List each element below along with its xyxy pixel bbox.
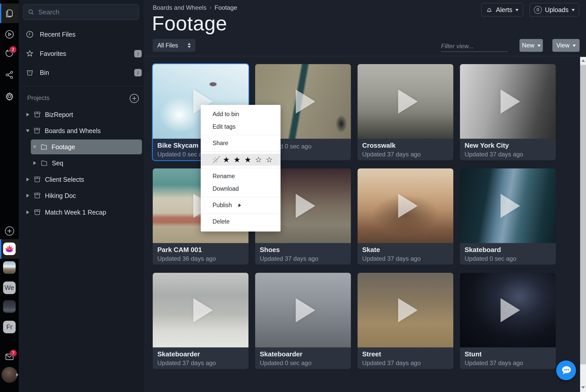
workspace-avatar-mountain[interactable] (3, 261, 16, 274)
file-type-select[interactable]: All Files (153, 39, 195, 52)
project-label: Hiking Doc (45, 192, 76, 199)
project-label: Match Week 1 Recap (45, 209, 106, 216)
chevron-down-icon (537, 45, 541, 47)
asset-card-stunt[interactable]: Stunt Updated 37 days ago (460, 273, 556, 369)
chevron-down-icon[interactable] (33, 146, 36, 148)
video-thumbnail[interactable] (460, 168, 556, 243)
asset-card-street[interactable]: Street Updated 37 days ago (358, 273, 453, 369)
asset-card-skateboard[interactable]: Skateboard Updated 0 sec ago (460, 168, 556, 265)
video-thumbnail[interactable] (358, 64, 453, 139)
search-icon (27, 8, 35, 16)
breadcrumb-project-link[interactable]: Boards and Wheels (153, 4, 206, 11)
asset-card-skate[interactable]: Skate Updated 37 days ago (358, 168, 453, 265)
sidebar-item-favorites[interactable]: Favorites i (19, 46, 144, 61)
folder-footage-selected[interactable]: Footage (19, 140, 144, 154)
sidebar-item-bin[interactable]: Bin i (19, 65, 144, 80)
search-box (23, 4, 139, 20)
asset-updated: Updated 37 days ago (157, 359, 244, 367)
star-icon (26, 49, 34, 58)
clear-rating-icon[interactable]: ☆ (212, 156, 219, 164)
user-avatar[interactable] (2, 367, 17, 383)
play-icon (398, 89, 418, 114)
chevron-down-icon[interactable] (26, 129, 30, 132)
project-label: BizReport (45, 111, 73, 118)
player-icon[interactable] (4, 29, 15, 39)
rail-active-tile[interactable] (0, 4, 19, 23)
asset-card-new-york-city[interactable]: New York City Updated 37 days ago (460, 64, 556, 160)
bin-icon (26, 68, 34, 77)
chevron-right-icon[interactable] (26, 178, 29, 181)
play-icon (296, 89, 315, 114)
vertical-scrollbar[interactable] (580, 57, 586, 392)
chevron-right-icon[interactable] (26, 194, 29, 197)
comments-badge: 2 (9, 46, 16, 53)
view-button[interactable]: View (552, 39, 580, 52)
asset-updated: Updated 37 days ago (362, 151, 449, 158)
play-icon (501, 298, 520, 322)
chevron-right-icon[interactable] (26, 113, 29, 116)
menu-divider (201, 151, 281, 152)
menu-item-publish[interactable]: Publish (201, 199, 281, 212)
sidebar-item-recent-files[interactable]: Recent Files (19, 27, 144, 42)
workspace-avatar-night[interactable] (3, 300, 16, 313)
chevron-right-icon[interactable] (26, 210, 29, 214)
star-rating-icon[interactable]: ☆ (255, 156, 262, 164)
asset-card-crosswalk[interactable]: Crosswalk Updated 37 days ago (358, 64, 453, 160)
video-thumbnail[interactable] (153, 273, 248, 347)
asset-updated: Updated 36 days ago (157, 255, 244, 262)
menu-divider (201, 168, 281, 168)
select-arrows-icon (188, 43, 191, 48)
play-icon (398, 298, 418, 322)
star-rating-icon[interactable]: ★ (244, 156, 251, 164)
workspace-avatar-lotus[interactable] (3, 243, 16, 255)
share-icon[interactable] (4, 70, 15, 80)
project-boards-and-wheels[interactable]: Boards and Wheels (19, 124, 144, 138)
breadcrumb-separator: › (209, 4, 211, 11)
add-workspace-icon[interactable] (4, 226, 15, 236)
project-client-selects[interactable]: Client Selects (19, 172, 144, 187)
video-thumbnail[interactable] (358, 168, 453, 243)
filter-view-input[interactable] (441, 41, 508, 52)
project-match-week-1-recap[interactable]: Match Week 1 Recap (19, 205, 144, 219)
video-thumbnail[interactable] (460, 64, 556, 139)
project-bizreport[interactable]: BizReport (19, 107, 144, 122)
chevron-right-icon[interactable] (33, 161, 36, 165)
add-project-icon[interactable] (129, 93, 140, 104)
menu-item-rename[interactable]: Rename (201, 170, 281, 183)
info-badge[interactable]: i (134, 50, 142, 57)
menu-item-add-to-bin[interactable]: Add to bin (201, 108, 281, 120)
scrollbar-down-arrow[interactable] (580, 384, 586, 391)
info-badge[interactable]: i (134, 69, 142, 76)
video-thumbnail[interactable] (460, 273, 556, 347)
star-rating-icon[interactable]: ★ (234, 156, 241, 164)
search-input[interactable] (38, 8, 139, 16)
scrollbar-up-arrow[interactable] (580, 57, 586, 64)
video-thumbnail[interactable] (255, 273, 351, 347)
menu-item-download[interactable]: Download (201, 183, 281, 195)
video-thumbnail[interactable] (358, 273, 453, 347)
menu-item-delete[interactable]: Delete (201, 215, 281, 228)
workspace-avatar-we[interactable]: We (3, 282, 16, 294)
asset-updated: Updated 37 days ago (465, 151, 551, 158)
support-chat-button[interactable] (556, 360, 576, 380)
new-button[interactable]: New (520, 39, 543, 52)
scrollbar-thumb[interactable] (580, 65, 586, 364)
settings-gear-icon[interactable] (4, 91, 15, 101)
menu-item-edit-tags[interactable]: Edit tags (201, 120, 281, 133)
sidebar-item-label: Bin (40, 69, 49, 76)
asset-card-skateboarder-1[interactable]: Skateboarder Updated 37 days ago (153, 273, 248, 369)
workspace-avatar-fr[interactable]: Fr (3, 321, 16, 333)
folder-seq[interactable]: Seq (19, 156, 144, 170)
star-rating-icon[interactable]: ☆ (266, 156, 273, 164)
menu-item-share[interactable]: Share (201, 137, 281, 149)
asset-card-skateboarder-2[interactable]: Skateboarder Updated 0 sec ago (255, 273, 351, 369)
clock-icon (26, 30, 34, 38)
play-icon (501, 89, 520, 114)
folder-icon (40, 159, 49, 167)
project-hiking-doc[interactable]: Hiking Doc (19, 188, 144, 203)
star-rating-icon[interactable]: ★ (223, 156, 230, 164)
asset-updated: Updated 0 sec ago (465, 255, 551, 262)
active-indicator (0, 4, 1, 23)
uploads-button[interactable]: 0 Uploads (530, 3, 579, 16)
alerts-button[interactable]: Alerts (481, 3, 523, 16)
